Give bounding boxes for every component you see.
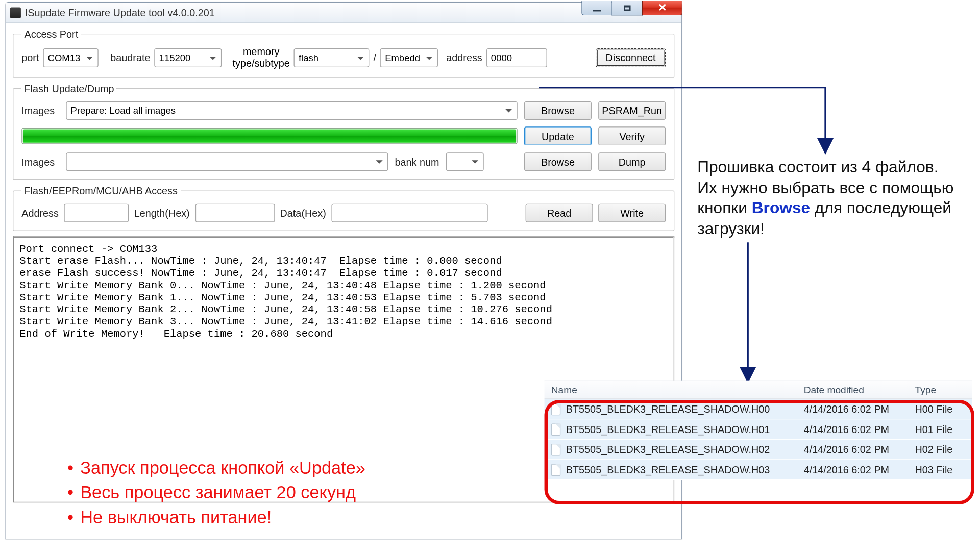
flash-access-legend: Flash/EEPRom/MCU/AHB Access [21,185,180,196]
file-icon [551,443,560,455]
length-label: Length(Hex) [134,207,190,218]
file-icon [551,403,560,415]
addr-input[interactable] [64,204,129,222]
memsub-select[interactable]: Embedd [380,48,438,67]
red-notes: •Запуск процесса кнопкой «Update» •Весь … [67,455,365,529]
col-type[interactable]: Type [908,383,969,396]
data-input[interactable] [331,204,487,222]
address-label: address [446,52,482,63]
file-row[interactable]: BT5505_BLEDK3_RELEASE_SHADOW.H01 4/14/20… [545,419,972,440]
window-title: ISupdate Firmware Update tool v4.0.0.201 [25,7,215,18]
update-button[interactable]: Update [524,126,592,145]
images1-label: Images [21,105,59,116]
images1-select[interactable]: Prepare: Load all images [66,101,517,120]
file-icon [551,464,560,476]
banknum-label: bank num [395,156,439,167]
write-button[interactable]: Write [598,204,666,222]
browse2-button[interactable]: Browse [524,152,592,171]
red-note-1: Запуск процесса кнопкой «Update» [80,455,365,480]
file-row[interactable]: BT5505_BLEDK3_RELEASE_SHADOW.H02 4/14/20… [545,440,972,460]
port-select[interactable]: COM13 [43,48,98,67]
minimize-button[interactable] [581,1,612,15]
psram-run-button[interactable]: PSRAM_Run [598,101,666,120]
titlebar[interactable]: ISupdate Firmware Update tool v4.0.0.201… [6,3,681,23]
baudrate-label: baudrate [110,52,150,63]
annotation-keyword: Browse [752,199,810,217]
browse1-button[interactable]: Browse [524,101,592,120]
images2-label: Images [21,156,59,167]
progress-fill [23,129,516,142]
red-note-3: Не выключать питание! [80,504,272,529]
file-row[interactable]: BT5505_BLEDK3_RELEASE_SHADOW.H00 4/14/20… [545,399,972,420]
file-icon [551,423,560,436]
close-icon: ✕ [658,2,667,14]
access-port-legend: Access Port [21,28,81,39]
file-list-header[interactable]: Name Date modified Type [545,381,972,399]
app-icon [10,7,21,18]
progress-bar [21,128,518,144]
length-input[interactable] [195,204,275,222]
maximize-icon [624,5,630,11]
col-date[interactable]: Date modified [797,383,909,396]
verify-button[interactable]: Verify [598,126,666,145]
addr-label: Address [21,207,59,218]
file-row[interactable]: BT5505_BLEDK3_RELEASE_SHADOW.H03 4/14/20… [545,460,972,480]
slash-label: / [373,52,376,63]
red-note-2: Весь процесс занимает 20 секунд [80,480,356,504]
maximize-button[interactable] [612,1,643,15]
access-port-group: Access Port port COM13 baudrate 115200 m… [13,28,674,77]
flash-access-group: Flash/EEPRom/MCU/AHB Access Address Leng… [13,185,674,231]
file-rows: BT5505_BLEDK3_RELEASE_SHADOW.H00 4/14/20… [545,399,972,480]
close-button[interactable]: ✕ [642,1,682,15]
dump-button[interactable]: Dump [598,152,666,171]
annotation-text: Прошивка состоит из 4 файлов. Их нужно в… [697,157,967,240]
read-button[interactable]: Read [526,204,593,222]
port-label: port [21,52,39,63]
data-label: Data(Hex) [280,207,326,218]
flash-update-group: Flash Update/Dump Images Prepare: Load a… [13,83,674,180]
banknum-select[interactable] [446,152,484,171]
address-input[interactable]: 0000 [486,48,547,67]
disconnect-button[interactable]: Disconnect [596,48,666,67]
col-name[interactable]: Name [545,383,797,396]
minimize-icon [593,10,601,11]
memory-type-label: memory type/subtype [233,46,290,69]
baudrate-select[interactable]: 115200 [154,48,222,67]
memtype-select[interactable]: flash [294,48,370,67]
flash-update-legend: Flash Update/Dump [21,83,117,94]
images2-select[interactable] [66,152,388,171]
file-list: Name Date modified Type BT5505_BLEDK3_RE… [545,381,972,480]
